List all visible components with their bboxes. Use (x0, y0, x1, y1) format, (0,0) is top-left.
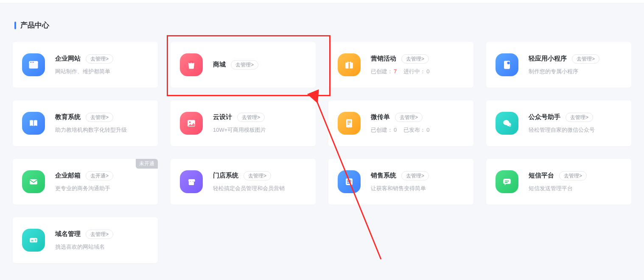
section-header: 产品中心 (13, 3, 631, 42)
manage-button[interactable]: 去管理> (401, 54, 429, 64)
card-desc: 轻松搞定会员管理和会员营销 (213, 185, 307, 192)
section-title: 产品中心 (20, 20, 49, 30)
page: 产品中心 企业网站 去管理> 网站制作、维护都简单 商城 (0, 3, 644, 263)
manage-button[interactable]: 去管理> (244, 171, 271, 181)
card-desc: 更专业的商务沟通助手 (55, 185, 149, 192)
svg-rect-27 (505, 180, 510, 181)
svg-point-4 (33, 62, 34, 63)
card-stats: 已创建：0 已发布：0 (371, 126, 465, 134)
svg-rect-14 (347, 121, 351, 122)
card-desc: 短信发送管理平台 (529, 185, 623, 192)
card-stats: 已创建：7 进行中：0 (371, 68, 465, 75)
svg-rect-13 (346, 119, 352, 127)
card-site[interactable]: 企业网站 去管理> 网站制作、维护都简单 (13, 42, 158, 88)
card-desc: 10W+可商用模板图片 (213, 126, 307, 134)
list-icon (338, 170, 361, 193)
manage-button[interactable]: 去管理> (237, 113, 265, 122)
stat-value: 7 (394, 68, 397, 75)
card-flyer[interactable]: 微传单 去管理> 已创建：0 已发布：0 (328, 100, 473, 146)
svg-rect-32 (35, 240, 36, 241)
stat-value: 0 (394, 127, 397, 133)
svg-rect-23 (347, 180, 352, 181)
card-title: 门店系统 (213, 172, 238, 180)
manage-button[interactable]: 去管理> (566, 113, 593, 122)
svg-point-9 (507, 62, 510, 64)
stat-value: 0 (426, 68, 429, 75)
svg-rect-25 (347, 183, 350, 184)
stat-label: 已发布： (403, 127, 426, 133)
section-header-bar (14, 22, 16, 29)
manage-button[interactable]: 去管理> (395, 113, 423, 122)
svg-rect-28 (505, 182, 508, 183)
image-icon (180, 112, 203, 135)
domain-icon: W. (22, 229, 45, 252)
svg-rect-7 (349, 63, 350, 69)
store-icon (180, 170, 203, 193)
card-wechat[interactable]: 公众号助手 去管理> 轻松管理自家的微信公众号 (486, 100, 631, 146)
svg-rect-16 (347, 124, 350, 125)
card-title: 域名管理 (55, 230, 81, 238)
stat-value: 0 (426, 127, 429, 133)
card-domain[interactable]: W. 域名管理 去管理> 挑选喜欢的网站域名 (13, 217, 158, 263)
svg-point-2 (30, 62, 31, 63)
svg-rect-31 (35, 239, 36, 239)
card-desc: 挑选喜欢的网站域名 (55, 243, 149, 251)
stat-label: 已创建： (371, 68, 393, 75)
card-title: 教育系统 (55, 113, 81, 121)
card-miniapp[interactable]: 轻应用小程序 去管理> 制作您的专属小程序 (486, 42, 631, 88)
svg-rect-20 (30, 179, 37, 184)
card-title: 营销活动 (371, 55, 396, 63)
manage-button[interactable]: 去管理> (231, 60, 258, 70)
card-title: 企业网站 (55, 55, 81, 63)
browser-icon (22, 53, 45, 76)
card-title: 短信平台 (529, 172, 554, 180)
card-mall[interactable]: 商城 去管理> (171, 42, 316, 88)
svg-rect-15 (347, 122, 351, 123)
card-edu[interactable]: 教育系统 去管理> 助力教培机构数字化转型升级 (13, 100, 158, 146)
card-desc: 轻松管理自家的微信公众号 (529, 126, 623, 134)
card-design[interactable]: 云设计 去管理> 10W+可商用模板图片 (171, 100, 316, 146)
manage-button[interactable]: 去管理> (559, 171, 587, 181)
card-title: 销售系统 (371, 172, 396, 180)
card-title: 微传单 (371, 113, 390, 121)
card-store[interactable]: 门店系统 去管理> 轻松搞定会员管理和会员营销 (171, 159, 316, 205)
gift-icon (338, 53, 361, 76)
card-sales[interactable]: 销售系统 去管理> 让获客和销售变得简单 (328, 159, 473, 205)
card-title: 商城 (213, 61, 226, 69)
svg-rect-21 (189, 182, 194, 185)
message-icon (496, 170, 518, 193)
card-desc: 让获客和销售变得简单 (371, 185, 465, 192)
card-title: 公众号助手 (529, 113, 560, 121)
cards-grid: 企业网站 去管理> 网站制作、维护都简单 商城 去管理> (13, 42, 631, 263)
card-desc: 助力教培机构数字化转型升级 (55, 126, 149, 134)
manage-button[interactable]: 去管理> (572, 54, 599, 64)
stat-label: 已创建： (371, 127, 393, 133)
wechat-icon (496, 112, 518, 135)
manage-button[interactable]: 去管理> (86, 54, 113, 64)
flyer-icon (338, 112, 361, 135)
stat-label: 进行中： (403, 68, 426, 75)
manage-button[interactable]: 去管理> (86, 230, 113, 239)
card-sms[interactable]: 短信平台 去管理> 短信发送管理平台 (486, 159, 631, 205)
svg-text:W.: W. (31, 239, 34, 242)
card-title: 云设计 (213, 113, 232, 121)
svg-point-12 (189, 122, 191, 123)
svg-rect-24 (347, 181, 352, 182)
card-desc: 制作您的专属小程序 (529, 68, 623, 75)
card-title: 轻应用小程序 (529, 55, 567, 63)
card-mail[interactable]: 未开通 企业邮箱 去开通> 更专业的商务沟通助手 (13, 159, 158, 205)
manage-button[interactable]: 去管理> (86, 113, 113, 122)
shopping-bag-icon (180, 53, 203, 76)
card-promo[interactable]: 营销活动 去管理> 已创建：7 进行中：0 (328, 42, 473, 88)
card-desc: 网站制作、维护都简单 (55, 68, 149, 75)
miniprogram-icon (496, 53, 518, 76)
svg-point-3 (31, 62, 32, 63)
book-icon (22, 112, 45, 135)
manage-button[interactable]: 去管理> (401, 171, 429, 181)
open-button[interactable]: 去开通> (86, 171, 113, 181)
card-title: 企业邮箱 (55, 172, 81, 180)
top-strip (0, 0, 644, 3)
status-badge: 未开通 (136, 159, 158, 169)
mail-icon (22, 170, 45, 193)
